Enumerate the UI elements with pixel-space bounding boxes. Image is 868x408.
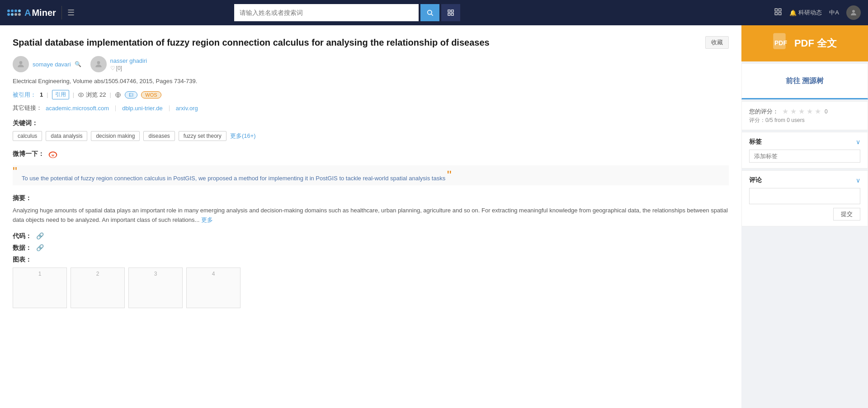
cited-count: 1 bbox=[40, 91, 43, 98]
badge-wos: WOS bbox=[141, 91, 161, 98]
header: AMiner ☰ 🔔 科研动态 中A bbox=[0, 0, 868, 25]
svg-point-0 bbox=[428, 10, 432, 14]
svg-rect-7 bbox=[779, 9, 781, 11]
keyword-diseases[interactable]: diseases bbox=[143, 131, 175, 141]
comments-section-header: 评论 ∨ bbox=[749, 176, 860, 184]
acmest-logo bbox=[7, 9, 21, 16]
data-link-icon[interactable]: 🔗 bbox=[36, 244, 44, 251]
globe-icon bbox=[115, 92, 121, 98]
rating-score: 0 bbox=[825, 108, 828, 115]
svg-point-13 bbox=[80, 94, 82, 96]
code-label: 代码： bbox=[13, 232, 32, 239]
badge-ei: EI bbox=[125, 91, 137, 98]
lang-label: 中A bbox=[829, 9, 839, 17]
heart-count: [0] bbox=[116, 65, 122, 71]
aminer-logo[interactable]: AMiner bbox=[24, 8, 56, 18]
rating-label: 您的评分： bbox=[749, 108, 778, 116]
sidebar: PDF PDF 全文 前往 溯源树 您的评分： ★ ★ ★ ★ ★ 0 评分：0… bbox=[741, 25, 868, 408]
chart-1[interactable]: 1 bbox=[13, 267, 67, 308]
provenance-button[interactable]: 前往 溯源树 bbox=[741, 63, 868, 99]
keyword-data-analysis[interactable]: data analysis bbox=[46, 131, 87, 141]
charts-label: 图表： bbox=[13, 256, 32, 263]
pdf-icon: PDF bbox=[773, 33, 789, 55]
notification-label: 科研动态 bbox=[798, 9, 822, 17]
keyword-decision-making[interactable]: decision making bbox=[91, 131, 140, 141]
link-microsoft[interactable]: academic.microsoft.com bbox=[46, 105, 109, 112]
keyword-fuzzy-set-theory[interactable]: fuzzy set theory bbox=[179, 131, 226, 141]
author-heart: ♡ [0] bbox=[110, 65, 147, 71]
author-name-1[interactable]: somaye davari bbox=[33, 61, 71, 68]
link-arxiv[interactable]: arxiv.org bbox=[176, 105, 198, 112]
svg-point-12 bbox=[97, 61, 100, 64]
stats-row: 被引用： 1 | 引用 | 浏览 22 | EI WOS bbox=[13, 90, 729, 99]
comments-collapse-icon[interactable]: ∨ bbox=[856, 177, 860, 184]
user-avatar[interactable] bbox=[846, 5, 861, 20]
author-item-2: nasser ghadiri ♡ [0] bbox=[90, 56, 147, 72]
data-label: 数据： bbox=[13, 244, 32, 251]
language-switcher[interactable]: 中A bbox=[829, 9, 839, 17]
author-search-icon-1: 🔍 bbox=[75, 61, 81, 67]
authors-row: somaye davari 🔍 nasser ghadiri ♡ [0] bbox=[13, 56, 729, 72]
chart-4[interactable]: 4 bbox=[186, 267, 241, 308]
charts-section: 图表： bbox=[13, 256, 729, 264]
data-section: 数据： 🔗 bbox=[13, 244, 729, 252]
svg-rect-2 bbox=[448, 10, 450, 12]
rating-section: 您的评分： ★ ★ ★ ★ ★ 0 评分：0/5 from 0 users bbox=[741, 101, 868, 130]
keywords-section-label: 关键词： bbox=[13, 119, 729, 127]
svg-rect-5 bbox=[451, 13, 453, 15]
tag-input[interactable] bbox=[749, 150, 860, 163]
tags-collapse-icon[interactable]: ∨ bbox=[856, 138, 860, 145]
paper-title: Spatial database implementation of fuzzy… bbox=[13, 38, 490, 47]
search-bar bbox=[234, 4, 460, 21]
star-2[interactable]: ★ bbox=[790, 107, 797, 116]
bookmark-button[interactable]: 收藏 bbox=[705, 36, 729, 49]
keywords-row: calculus data analysis decision making d… bbox=[13, 131, 729, 141]
content-area: Spatial database implementation of fuzzy… bbox=[0, 25, 741, 408]
cited-label: 被引用： bbox=[13, 91, 36, 99]
views-stat: 浏览 22 bbox=[78, 91, 106, 99]
pdf-button[interactable]: PDF PDF 全文 bbox=[741, 25, 868, 61]
quote-text: To use the potential of fuzzy region con… bbox=[22, 175, 445, 182]
submit-button[interactable]: 提交 bbox=[833, 208, 860, 220]
code-link-icon[interactable]: 🔗 bbox=[36, 232, 44, 239]
header-right: 🔔 科研动态 中A bbox=[774, 5, 861, 20]
author-name-2[interactable]: nasser ghadiri bbox=[110, 57, 147, 64]
grid-icon[interactable] bbox=[774, 8, 782, 18]
abstract-label: 摘要： bbox=[13, 194, 729, 202]
rating-detail: 评分：0/5 from 0 users bbox=[749, 117, 860, 124]
author-avatar-1 bbox=[13, 56, 29, 72]
svg-rect-3 bbox=[451, 10, 453, 12]
abstract-more-link[interactable]: 更多 bbox=[201, 216, 213, 223]
links-row: 其它链接： academic.microsoft.com ｜ dblp.uni-… bbox=[13, 104, 729, 112]
more-keywords[interactable]: 更多(16+) bbox=[230, 132, 256, 140]
main-container: Spatial database implementation of fuzzy… bbox=[0, 25, 868, 408]
abstract-section: 摘要： Analyzing huge amounts of spatial da… bbox=[13, 194, 729, 225]
svg-point-11 bbox=[19, 61, 23, 64]
search-input[interactable] bbox=[234, 4, 419, 21]
weibo-row: 微博一下： W bbox=[13, 148, 729, 160]
svg-point-10 bbox=[852, 10, 855, 13]
star-3[interactable]: ★ bbox=[798, 107, 805, 116]
weibo-icon[interactable]: W bbox=[47, 148, 59, 160]
chart-2[interactable]: 2 bbox=[71, 267, 125, 308]
link-dblp[interactable]: dblp.uni-trier.de bbox=[122, 105, 163, 112]
keyword-calculus[interactable]: calculus bbox=[13, 131, 42, 141]
quote-close: " bbox=[447, 168, 452, 182]
code-section: 代码： 🔗 bbox=[13, 232, 729, 240]
quote-label[interactable]: 引用 bbox=[52, 90, 69, 99]
star-1[interactable]: ★ bbox=[782, 107, 788, 116]
pdf-label: PDF 全文 bbox=[794, 37, 837, 50]
comment-input[interactable] bbox=[749, 188, 860, 204]
tags-section-header: 标签 ∨ bbox=[749, 138, 860, 146]
star-5[interactable]: ★ bbox=[815, 107, 821, 116]
menu-icon[interactable]: ☰ bbox=[67, 8, 75, 18]
search-button[interactable] bbox=[420, 4, 439, 21]
star-4[interactable]: ★ bbox=[807, 107, 813, 116]
comments-label: 评论 bbox=[749, 176, 762, 184]
chart-3[interactable]: 3 bbox=[128, 267, 183, 308]
quote-open: " bbox=[13, 165, 17, 178]
author-item-1: somaye davari 🔍 bbox=[13, 56, 81, 72]
views-label: 浏览 bbox=[86, 91, 98, 99]
notification-bell[interactable]: 🔔 科研动态 bbox=[789, 9, 822, 17]
search-extra-button[interactable] bbox=[441, 4, 460, 21]
